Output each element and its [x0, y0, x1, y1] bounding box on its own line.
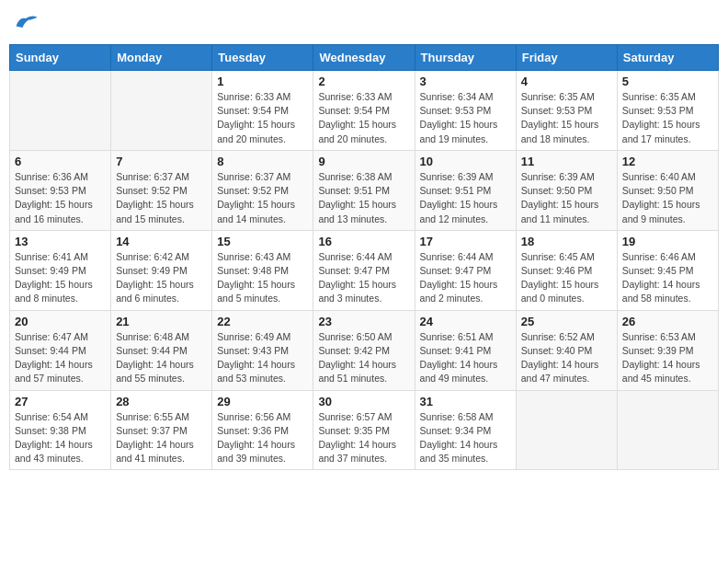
- calendar-cell: [617, 390, 718, 470]
- day-number: 9: [318, 155, 409, 168]
- day-info: Sunrise: 6:38 AMSunset: 9:51 PMDaylight:…: [318, 170, 409, 226]
- day-info: Sunrise: 6:35 AMSunset: 9:53 PMDaylight:…: [622, 90, 713, 146]
- calendar-cell: 24Sunrise: 6:51 AMSunset: 9:41 PMDayligh…: [415, 310, 516, 390]
- calendar-cell: 17Sunrise: 6:44 AMSunset: 9:47 PMDayligh…: [415, 230, 516, 310]
- day-info: Sunrise: 6:45 AMSunset: 9:46 PMDaylight:…: [521, 250, 612, 306]
- day-info: Sunrise: 6:41 AMSunset: 9:49 PMDaylight:…: [15, 250, 106, 306]
- day-number: 22: [217, 315, 308, 328]
- day-info: Sunrise: 6:39 AMSunset: 9:50 PMDaylight:…: [521, 170, 612, 226]
- calendar-cell: 26Sunrise: 6:53 AMSunset: 9:39 PMDayligh…: [617, 310, 718, 390]
- calendar-cell: 3Sunrise: 6:34 AMSunset: 9:53 PMDaylight…: [415, 71, 516, 151]
- day-number: 18: [521, 235, 612, 248]
- calendar-cell: 6Sunrise: 6:36 AMSunset: 9:53 PMDaylight…: [10, 150, 111, 230]
- weekday-header-saturday: Saturday: [617, 45, 718, 71]
- weekday-header-row: SundayMondayTuesdayWednesdayThursdayFrid…: [10, 45, 719, 71]
- logo: [15, 13, 39, 33]
- day-number: 1: [217, 75, 308, 88]
- calendar-cell: 4Sunrise: 6:35 AMSunset: 9:53 PMDaylight…: [516, 71, 617, 151]
- calendar-cell: 8Sunrise: 6:37 AMSunset: 9:52 PMDaylight…: [212, 150, 313, 230]
- week-row-1: 1Sunrise: 6:33 AMSunset: 9:54 PMDaylight…: [10, 71, 719, 151]
- day-number: 31: [420, 395, 511, 408]
- day-info: Sunrise: 6:44 AMSunset: 9:47 PMDaylight:…: [318, 250, 409, 306]
- day-number: 11: [521, 155, 612, 168]
- day-number: 12: [622, 155, 713, 168]
- day-info: Sunrise: 6:54 AMSunset: 9:38 PMDaylight:…: [15, 410, 106, 466]
- day-number: 5: [622, 75, 713, 88]
- day-number: 3: [420, 75, 511, 88]
- day-number: 4: [521, 75, 612, 88]
- weekday-header-wednesday: Wednesday: [313, 45, 415, 71]
- day-info: Sunrise: 6:58 AMSunset: 9:34 PMDaylight:…: [420, 410, 511, 466]
- day-number: 17: [420, 235, 511, 248]
- day-number: 24: [420, 315, 511, 328]
- day-number: 6: [15, 155, 106, 168]
- day-number: 23: [318, 315, 409, 328]
- calendar-cell: 31Sunrise: 6:58 AMSunset: 9:34 PMDayligh…: [415, 390, 516, 470]
- day-number: 25: [521, 315, 612, 328]
- day-info: Sunrise: 6:35 AMSunset: 9:53 PMDaylight:…: [521, 90, 612, 146]
- calendar-cell: [10, 71, 111, 151]
- day-number: 20: [15, 315, 106, 328]
- day-info: Sunrise: 6:55 AMSunset: 9:37 PMDaylight:…: [116, 410, 207, 466]
- day-info: Sunrise: 6:46 AMSunset: 9:45 PMDaylight:…: [622, 250, 713, 306]
- day-info: Sunrise: 6:44 AMSunset: 9:47 PMDaylight:…: [420, 250, 511, 306]
- day-info: Sunrise: 6:39 AMSunset: 9:51 PMDaylight:…: [420, 170, 511, 226]
- day-number: 14: [116, 235, 207, 248]
- calendar-cell: 29Sunrise: 6:56 AMSunset: 9:36 PMDayligh…: [212, 390, 313, 470]
- day-number: 27: [15, 395, 106, 408]
- day-number: 21: [116, 315, 207, 328]
- calendar-cell: 27Sunrise: 6:54 AMSunset: 9:38 PMDayligh…: [10, 390, 111, 470]
- calendar-cell: 25Sunrise: 6:52 AMSunset: 9:40 PMDayligh…: [516, 310, 617, 390]
- day-info: Sunrise: 6:33 AMSunset: 9:54 PMDaylight:…: [217, 90, 308, 146]
- calendar-cell: 16Sunrise: 6:44 AMSunset: 9:47 PMDayligh…: [313, 230, 415, 310]
- day-info: Sunrise: 6:40 AMSunset: 9:50 PMDaylight:…: [622, 170, 713, 226]
- day-number: 10: [420, 155, 511, 168]
- calendar-cell: [111, 71, 212, 151]
- day-info: Sunrise: 6:34 AMSunset: 9:53 PMDaylight:…: [420, 90, 511, 146]
- weekday-header-monday: Monday: [111, 45, 212, 71]
- calendar-cell: [516, 390, 617, 470]
- day-info: Sunrise: 6:33 AMSunset: 9:54 PMDaylight:…: [318, 90, 409, 146]
- calendar-cell: 19Sunrise: 6:46 AMSunset: 9:45 PMDayligh…: [617, 230, 718, 310]
- day-number: 8: [217, 155, 308, 168]
- day-info: Sunrise: 6:53 AMSunset: 9:39 PMDaylight:…: [622, 330, 713, 386]
- week-row-2: 6Sunrise: 6:36 AMSunset: 9:53 PMDaylight…: [10, 150, 719, 230]
- calendar-table: SundayMondayTuesdayWednesdayThursdayFrid…: [9, 44, 719, 470]
- calendar-cell: 21Sunrise: 6:48 AMSunset: 9:44 PMDayligh…: [111, 310, 212, 390]
- week-row-3: 13Sunrise: 6:41 AMSunset: 9:49 PMDayligh…: [10, 230, 719, 310]
- calendar-cell: 10Sunrise: 6:39 AMSunset: 9:51 PMDayligh…: [415, 150, 516, 230]
- day-number: 29: [217, 395, 308, 408]
- day-info: Sunrise: 6:56 AMSunset: 9:36 PMDaylight:…: [217, 410, 308, 466]
- calendar-cell: 13Sunrise: 6:41 AMSunset: 9:49 PMDayligh…: [10, 230, 111, 310]
- calendar-cell: 5Sunrise: 6:35 AMSunset: 9:53 PMDaylight…: [617, 71, 718, 151]
- weekday-header-thursday: Thursday: [415, 45, 516, 71]
- calendar-cell: 18Sunrise: 6:45 AMSunset: 9:46 PMDayligh…: [516, 230, 617, 310]
- calendar-cell: 12Sunrise: 6:40 AMSunset: 9:50 PMDayligh…: [617, 150, 718, 230]
- calendar-cell: 2Sunrise: 6:33 AMSunset: 9:54 PMDaylight…: [313, 71, 415, 151]
- day-info: Sunrise: 6:37 AMSunset: 9:52 PMDaylight:…: [116, 170, 207, 226]
- week-row-4: 20Sunrise: 6:47 AMSunset: 9:44 PMDayligh…: [10, 310, 719, 390]
- day-number: 15: [217, 235, 308, 248]
- day-number: 30: [318, 395, 409, 408]
- calendar-cell: 15Sunrise: 6:43 AMSunset: 9:48 PMDayligh…: [212, 230, 313, 310]
- header: [9, 9, 719, 37]
- day-number: 13: [15, 235, 106, 248]
- day-info: Sunrise: 6:37 AMSunset: 9:52 PMDaylight:…: [217, 170, 308, 226]
- day-info: Sunrise: 6:51 AMSunset: 9:41 PMDaylight:…: [420, 330, 511, 386]
- calendar-cell: 1Sunrise: 6:33 AMSunset: 9:54 PMDaylight…: [212, 71, 313, 151]
- weekday-header-tuesday: Tuesday: [212, 45, 313, 71]
- day-number: 2: [318, 75, 409, 88]
- week-row-5: 27Sunrise: 6:54 AMSunset: 9:38 PMDayligh…: [10, 390, 719, 470]
- calendar-cell: 22Sunrise: 6:49 AMSunset: 9:43 PMDayligh…: [212, 310, 313, 390]
- day-info: Sunrise: 6:49 AMSunset: 9:43 PMDaylight:…: [217, 330, 308, 386]
- calendar-cell: 20Sunrise: 6:47 AMSunset: 9:44 PMDayligh…: [10, 310, 111, 390]
- day-info: Sunrise: 6:36 AMSunset: 9:53 PMDaylight:…: [15, 170, 106, 226]
- day-number: 16: [318, 235, 409, 248]
- day-number: 19: [622, 235, 713, 248]
- day-number: 28: [116, 395, 207, 408]
- day-info: Sunrise: 6:48 AMSunset: 9:44 PMDaylight:…: [116, 330, 207, 386]
- day-info: Sunrise: 6:57 AMSunset: 9:35 PMDaylight:…: [318, 410, 409, 466]
- day-info: Sunrise: 6:50 AMSunset: 9:42 PMDaylight:…: [318, 330, 409, 386]
- day-number: 7: [116, 155, 207, 168]
- calendar-cell: 9Sunrise: 6:38 AMSunset: 9:51 PMDaylight…: [313, 150, 415, 230]
